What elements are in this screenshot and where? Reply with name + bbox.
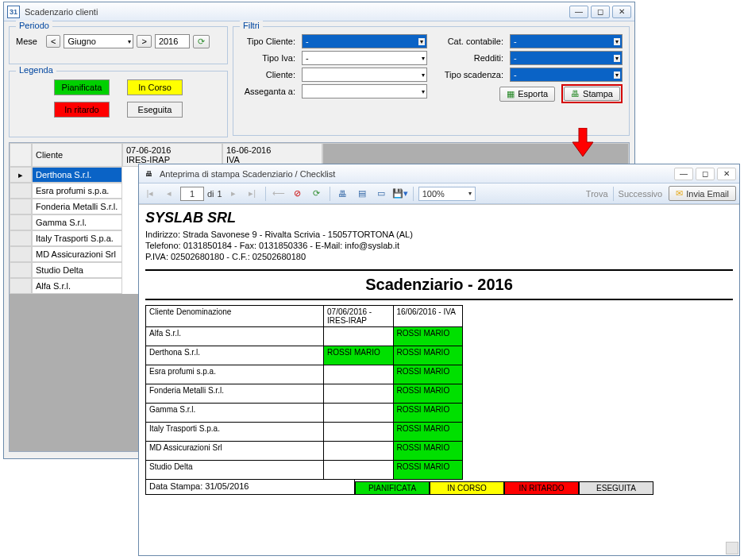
row-marker	[10, 183, 32, 199]
col1-cell	[324, 404, 393, 423]
filtri-legend: Filtri	[240, 21, 263, 30]
leg-inritardo: IN RITARDO	[504, 481, 579, 495]
table-row: Esra profumi s.p.a.ROSSI MARIO	[146, 365, 463, 384]
close-button[interactable]: ✕	[717, 168, 736, 180]
table-row: Fonderia Metalli S.r.l.ROSSI MARIO	[146, 384, 463, 404]
assegnata-label: Asseganta a:	[240, 87, 299, 96]
first-page-button[interactable]: |◂	[142, 186, 158, 202]
refresh-button[interactable]: ⟳	[193, 35, 210, 48]
minimize-button[interactable]: —	[569, 6, 588, 18]
annotation-arrow-icon	[571, 128, 595, 158]
table-row: Gamma S.r.l.ROSSI MARIO	[146, 404, 463, 423]
cliente-cell: Alfa S.r.l.	[146, 327, 324, 346]
last-page-button[interactable]: ▸|	[245, 186, 260, 202]
print-button[interactable]: 🖶	[335, 186, 351, 202]
maximize-button[interactable]: ◻	[696, 168, 715, 180]
cliente-cell: Studio Delta	[146, 461, 324, 480]
legenda-eseguita: Eseguita	[127, 102, 183, 118]
col2-cell: ROSSI MARIO	[393, 442, 463, 461]
refresh-button[interactable]: ⟳	[309, 186, 325, 202]
col1-cell	[324, 365, 393, 384]
col1-cell	[324, 327, 393, 346]
th-col1: 07/06/2016 - IRES-IRAP	[324, 306, 393, 327]
next-page-button[interactable]: ▸	[226, 186, 241, 202]
row-marker	[10, 230, 32, 246]
tipo-cliente-select[interactable]: -▾	[302, 34, 427, 48]
row-marker	[10, 278, 32, 294]
report-heading: Scadenziario - 2016	[145, 269, 733, 300]
col2-cell: ROSSI MARIO	[393, 365, 463, 384]
export-button[interactable]: 💾▾	[392, 186, 408, 202]
col-cliente: Cliente	[36, 150, 118, 160]
tipo-scadenza-select[interactable]: -▾	[510, 68, 623, 82]
resize-grip[interactable]	[726, 542, 738, 554]
maximize-button[interactable]: ◻	[591, 6, 610, 18]
page-setup-button[interactable]: ▭	[373, 186, 389, 202]
export-icon: ▦	[507, 89, 515, 99]
assegnata-select[interactable]: ▾	[302, 84, 427, 98]
next-month-button[interactable]: >	[137, 35, 151, 48]
anno-input[interactable]: 2016	[155, 34, 190, 48]
col2-cell: ROSSI MARIO	[393, 404, 463, 423]
stampa-button[interactable]: 🖶Stampa	[564, 87, 620, 101]
close-button[interactable]: ✕	[612, 6, 631, 18]
table-row: Derthona S.r.l.ROSSI MARIOROSSI MARIO	[146, 346, 463, 365]
chevron-down-icon: ▾	[468, 190, 472, 197]
col1-cell	[324, 384, 393, 404]
main-titlebar: 31 Scadenzario clienti — ◻ ✕	[4, 2, 634, 21]
redditi-label: Redditi:	[435, 53, 507, 63]
col1-cell: ROSSI MARIO	[324, 346, 393, 365]
legenda-inritardo: In ritardo	[54, 102, 110, 118]
page-input[interactable]: 1	[180, 187, 204, 201]
leg-eseguita: ESEGUITA	[579, 481, 653, 495]
th-cliente: Cliente Denominazione	[146, 306, 324, 327]
report-address: Indirizzo: Strada Savonese 9 - Rivalta S…	[145, 230, 733, 239]
mail-icon: ✉	[676, 188, 683, 199]
redditi-select[interactable]: -▾	[510, 51, 623, 65]
cliente-cell: Italy Trasporti S.p.a.	[32, 230, 122, 246]
prev-month-button[interactable]: <	[46, 35, 60, 48]
zoom-select[interactable]: 100%▾	[418, 187, 476, 201]
chevron-down-icon: ▾	[614, 71, 620, 79]
col1-cell	[324, 423, 393, 442]
layout-button[interactable]: ▤	[354, 186, 370, 202]
cliente-cell: Italy Trasporti S.p.a.	[146, 423, 324, 442]
tipo-iva-select[interactable]: -▾	[302, 51, 427, 65]
report-tel: Telefono: 0131850184 - Fax: 0131850336 -…	[145, 241, 733, 250]
next-link[interactable]: Successivo	[619, 189, 663, 199]
chevron-down-icon: ▾	[422, 55, 425, 62]
back-button[interactable]: ⟵	[271, 186, 287, 202]
chevron-down-icon: ▾	[422, 88, 425, 95]
row-marker	[10, 262, 32, 278]
table-row: Alfa S.r.l.ROSSI MARIO	[146, 327, 463, 346]
find-link[interactable]: Trova	[586, 189, 608, 199]
col2-cell: ROSSI MARIO	[393, 327, 463, 346]
page-total: 1	[218, 189, 222, 199]
cliente-select[interactable]: ▾	[302, 68, 427, 82]
preview-titlebar: 🖶 Anteprima di stampa Scadenziario / Che…	[139, 164, 739, 183]
mese-select[interactable]: Giugno▾	[64, 34, 133, 48]
leg-incorso: IN CORSO	[430, 481, 504, 495]
minimize-button[interactable]: —	[674, 168, 693, 180]
chevron-down-icon: ▾	[128, 38, 131, 45]
data-stampa: Data Stampa: 31/05/2016	[145, 480, 355, 495]
row-marker: ▸	[10, 167, 32, 183]
cliente-cell: MD Assicurazioni Srl	[32, 246, 122, 262]
cat-contabile-select[interactable]: -▾	[510, 34, 623, 48]
esporta-button[interactable]: ▦Esporta	[499, 87, 555, 102]
tipo-cliente-label: Tipo Cliente:	[240, 37, 299, 46]
invia-email-button[interactable]: ✉Invia Email	[669, 186, 736, 201]
app-icon: 31	[7, 6, 20, 18]
col2-cell: ROSSI MARIO	[393, 423, 463, 442]
preview-title: Anteprima di stampa Scadenziario / Check…	[160, 169, 674, 179]
prev-page-button[interactable]: ◂	[161, 186, 177, 202]
report-piva: P.IVA: 02502680180 - C.F.: 02502680180	[145, 252, 733, 261]
window-title: Scadenzario clienti	[25, 7, 569, 17]
cliente-cell: Gamma S.r.l.	[32, 214, 122, 230]
th-col2: 16/06/2016 - IVA	[393, 306, 463, 327]
col2-cell: ROSSI MARIO	[393, 384, 463, 404]
stop-button[interactable]: ⊘	[290, 186, 306, 202]
legenda-pianificata: Pianificata	[54, 79, 110, 95]
periodo-legend: Periodo	[16, 21, 52, 30]
table-row: Italy Trasporti S.p.a.ROSSI MARIO	[146, 423, 463, 442]
